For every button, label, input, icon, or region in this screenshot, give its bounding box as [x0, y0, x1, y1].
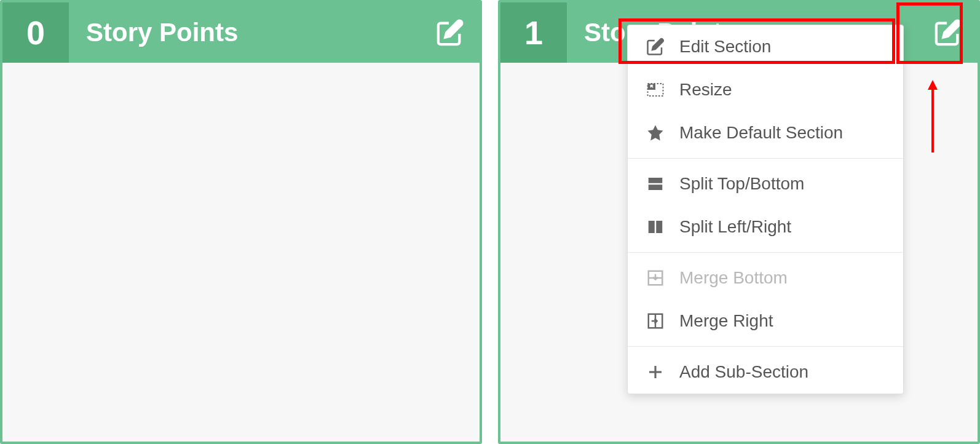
menu-label: Merge Right: [679, 311, 773, 331]
panel-header: 0 Story Points: [2, 2, 480, 63]
menu-label: Add Sub-Section: [679, 362, 808, 382]
panel-0: 0 Story Points: [0, 0, 482, 444]
menu-add-sub-section[interactable]: Add Sub-Section: [628, 351, 903, 394]
menu-edit-section[interactable]: Edit Section: [628, 25, 903, 68]
panel-number: 1: [500, 2, 567, 63]
resize-icon: [645, 79, 666, 100]
edit-section-button[interactable]: [432, 14, 468, 51]
panel-body: [2, 63, 480, 442]
merge-bottom-icon: [645, 268, 666, 288]
menu-make-default[interactable]: Make Default Section: [628, 111, 903, 154]
star-icon: [645, 122, 666, 143]
menu-divider: [628, 252, 903, 253]
plus-icon: [645, 362, 666, 383]
merge-right-icon: [645, 311, 666, 331]
panel-1: 1 Story Points Edit Section: [498, 0, 980, 444]
menu-label: Split Top/Bottom: [679, 174, 804, 194]
svg-rect-3: [649, 184, 663, 190]
menu-resize[interactable]: Resize: [628, 68, 903, 111]
menu-label: Resize: [679, 80, 732, 100]
split-horizontal-icon: [645, 173, 666, 194]
edit-icon: [645, 36, 666, 57]
panel-number: 0: [2, 2, 69, 63]
menu-merge-right[interactable]: Merge Right: [628, 299, 903, 343]
panel-title: Story Points: [69, 18, 432, 47]
menu-divider: [628, 346, 903, 347]
edit-icon: [934, 18, 962, 47]
menu-split-left-right[interactable]: Split Left/Right: [628, 205, 903, 248]
svg-rect-5: [656, 221, 662, 233]
menu-merge-bottom: Merge Bottom: [628, 256, 903, 299]
svg-rect-2: [649, 178, 663, 183]
svg-rect-4: [649, 221, 655, 233]
svg-rect-1: [648, 84, 656, 90]
menu-label: Merge Bottom: [679, 268, 788, 288]
edit-section-button[interactable]: [930, 14, 966, 51]
menu-split-top-bottom[interactable]: Split Top/Bottom: [628, 162, 903, 205]
menu-label: Split Left/Right: [679, 217, 791, 237]
split-vertical-icon: [645, 216, 666, 237]
menu-label: Make Default Section: [679, 123, 843, 143]
menu-label: Edit Section: [679, 37, 771, 57]
section-menu: Edit Section Resize Ma: [627, 25, 904, 394]
panels-container: 0 Story Points 1 Story Points: [0, 0, 980, 444]
menu-divider: [628, 158, 903, 159]
edit-icon: [436, 18, 464, 47]
